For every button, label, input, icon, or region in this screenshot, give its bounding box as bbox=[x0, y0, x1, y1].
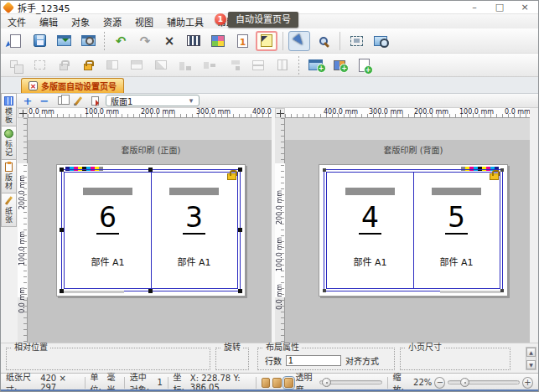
annotation-badge: 1 bbox=[215, 13, 226, 25]
selection-handle[interactable] bbox=[60, 228, 64, 232]
page-cell[interactable]: 3 部件 A1 bbox=[151, 173, 237, 288]
opacity-preset-icon[interactable] bbox=[262, 378, 271, 388]
unit-status: 单位: 毫米 bbox=[85, 374, 123, 391]
menu-edit[interactable]: 编辑 bbox=[33, 15, 65, 28]
split-columns-icon[interactable] bbox=[272, 55, 293, 75]
selection-handle[interactable] bbox=[148, 289, 153, 293]
save-job-icon[interactable] bbox=[29, 31, 50, 51]
add-page-icon[interactable] bbox=[353, 55, 375, 75]
window-import-icon[interactable] bbox=[53, 31, 75, 51]
tooltip-auto-page-number: 自动设置页号 bbox=[228, 12, 298, 28]
workspace: 0.0 mm 100.0 mm 200.0 mm 300.0 mm 400.0 … bbox=[17, 108, 539, 343]
export-layout-icon[interactable] bbox=[89, 95, 101, 106]
align-middle-icon[interactable] bbox=[199, 55, 220, 75]
zoom-slider[interactable] bbox=[448, 380, 519, 384]
sidebar-tab-marks[interactable]: 标记 bbox=[1, 126, 17, 160]
sheet-title-back: 套版印刷 (背面) bbox=[319, 143, 508, 156]
chevron-down-icon[interactable]: ▾ bbox=[185, 95, 197, 106]
app-window: 拆手_12345 – □ × 文件 编辑 对象 资源 视图 辅助工具 帮助 1 … bbox=[0, 0, 539, 392]
opacity-preset-icon[interactable] bbox=[284, 378, 293, 388]
ruler-label: 100.0 mm bbox=[85, 108, 119, 116]
split-rows-icon[interactable] bbox=[247, 55, 269, 75]
swap-vertical-icon[interactable] bbox=[126, 55, 148, 75]
zoom-in-button[interactable]: + bbox=[522, 377, 533, 389]
zoom-selection-icon[interactable] bbox=[370, 31, 391, 51]
selection-handle[interactable] bbox=[238, 228, 242, 232]
menu-file[interactable]: 文件 bbox=[1, 15, 33, 28]
multi-layout-view-icon[interactable] bbox=[207, 31, 229, 51]
page-cell[interactable]: 5 部件 A1 bbox=[413, 173, 500, 288]
sidebar-tab-templates[interactable]: 模板 bbox=[1, 93, 17, 126]
properties-scrollbar[interactable]: ▲ ▼ bbox=[526, 347, 536, 370]
redo-icon[interactable]: ↷ bbox=[134, 31, 156, 51]
coordinates-status: 坐标: X: 228.78 Y: 386.05 bbox=[168, 374, 256, 391]
add-sheet-icon[interactable] bbox=[304, 55, 326, 75]
selection-handle[interactable] bbox=[238, 289, 242, 293]
canvas-front[interactable]: 套版印刷 (正面) 6 部件 A1 bbox=[28, 118, 272, 343]
selection-handle[interactable] bbox=[148, 168, 153, 172]
marquee-icon[interactable] bbox=[29, 55, 50, 75]
press-sheet-front[interactable]: 6 部件 A1 3 部件 A1 bbox=[56, 164, 246, 297]
zoom-tool-icon[interactable] bbox=[313, 31, 334, 51]
opacity-preset-icon[interactable] bbox=[272, 378, 282, 388]
component-label: 部件 A1 bbox=[65, 255, 151, 268]
scroll-down-icon[interactable]: ▼ bbox=[526, 360, 536, 369]
rows-input[interactable] bbox=[286, 355, 341, 366]
press-sheet-back[interactable]: 4 部件 A1 5 部件 A1 bbox=[319, 164, 508, 297]
sidebar-tab-plates[interactable]: 版材 bbox=[1, 160, 17, 193]
select-tool-icon[interactable] bbox=[288, 31, 310, 51]
add-template-icon[interactable] bbox=[329, 55, 350, 75]
unlock-icon[interactable] bbox=[77, 55, 99, 75]
layout-toolbar: + − 版面1 ▾ bbox=[17, 94, 538, 108]
copy-layout-icon[interactable] bbox=[55, 95, 67, 106]
ruler-label: 300.0 mm bbox=[369, 108, 403, 116]
menu-tools[interactable]: 辅助工具 bbox=[160, 15, 210, 28]
toolbar-separator bbox=[104, 32, 105, 50]
swap-diagonal-icon[interactable] bbox=[150, 55, 172, 75]
swap-horizontal-icon[interactable] bbox=[101, 55, 123, 75]
lock-icon[interactable] bbox=[53, 55, 75, 75]
selection-handle[interactable] bbox=[60, 168, 64, 172]
tab-auto-page-number[interactable]: × 多版面自动设置页号 bbox=[21, 78, 124, 93]
selection-handle[interactable] bbox=[238, 168, 242, 172]
ruler-origin-icon bbox=[275, 108, 285, 118]
opacity-slider-thumb[interactable] bbox=[322, 378, 331, 387]
undo-icon[interactable]: ↶ bbox=[110, 31, 132, 51]
menu-view[interactable]: 视图 bbox=[128, 15, 160, 28]
new-job-icon[interactable] bbox=[4, 31, 26, 51]
layout-select[interactable]: 版面1 ▾ bbox=[106, 95, 200, 106]
component-label: 部件 A1 bbox=[413, 255, 500, 268]
sidebar-tab-paper[interactable]: 纸张 bbox=[1, 193, 17, 227]
canvas-back[interactable]: 套版印刷 (背面) 4 部件 A1 bbox=[285, 118, 530, 343]
auto-page-number-icon[interactable] bbox=[256, 31, 277, 51]
sidebar-tab-label: 版材 bbox=[3, 173, 14, 190]
window-export-icon[interactable] bbox=[77, 31, 99, 51]
close-button[interactable]: × bbox=[518, 2, 531, 13]
zoom-slider-thumb[interactable] bbox=[460, 378, 469, 387]
menu-resource[interactable]: 资源 bbox=[96, 15, 128, 28]
menu-object[interactable]: 对象 bbox=[65, 15, 96, 28]
page-number-icon[interactable]: 1 bbox=[231, 31, 253, 51]
add-layout-icon[interactable]: + bbox=[22, 95, 34, 106]
page-cell[interactable]: 4 部件 A1 bbox=[327, 173, 413, 288]
rows-label: 行数 bbox=[265, 354, 282, 367]
scroll-up-icon[interactable]: ▲ bbox=[526, 348, 536, 357]
rename-layout-icon[interactable] bbox=[72, 95, 84, 106]
delete-icon[interactable]: × bbox=[158, 31, 180, 51]
corner-mark bbox=[323, 168, 326, 172]
corner-mark bbox=[500, 289, 504, 292]
opacity-slider[interactable] bbox=[319, 380, 381, 384]
minimize-button[interactable]: – bbox=[468, 2, 481, 13]
maximize-button[interactable]: □ bbox=[493, 2, 506, 13]
remove-layout-icon[interactable]: − bbox=[39, 95, 50, 106]
columns-view-icon[interactable] bbox=[183, 31, 205, 51]
fit-view-icon[interactable] bbox=[345, 31, 367, 51]
tab-close-icon[interactable]: × bbox=[29, 81, 38, 90]
group-page-size: 小页尺寸 bbox=[400, 348, 510, 370]
group-icon[interactable] bbox=[4, 55, 26, 75]
zoom-out-button[interactable]: − bbox=[434, 377, 445, 389]
align-bottom-icon[interactable] bbox=[174, 55, 196, 75]
ruler-label: 200.0 mm bbox=[141, 108, 175, 116]
page-cell[interactable]: 6 部件 A1 bbox=[65, 173, 151, 288]
align-right-icon[interactable] bbox=[223, 55, 245, 75]
